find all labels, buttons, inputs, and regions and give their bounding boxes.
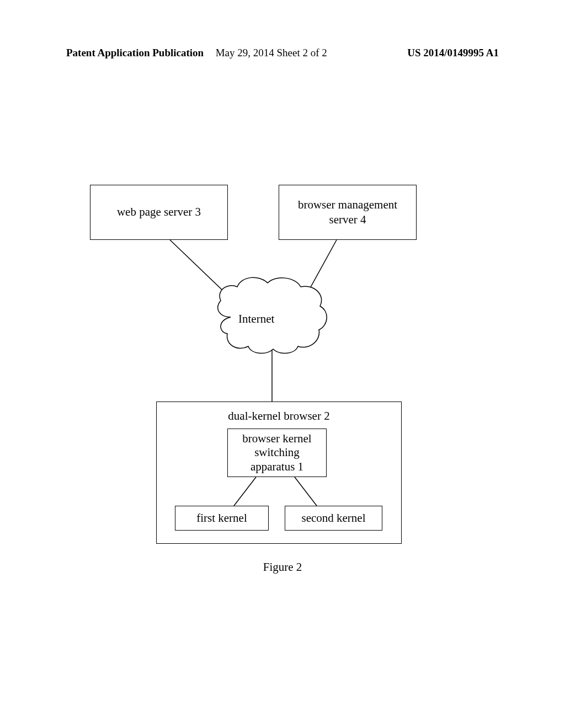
second-kernel-label: second kernel — [301, 511, 365, 526]
page-header: Patent Application Publication May 29, 2… — [0, 47, 565, 59]
header-pub-number: US 2014/0149995 A1 — [407, 47, 499, 59]
web-page-server-box: web page server 3 — [90, 185, 228, 240]
web-page-server-label: web page server 3 — [117, 205, 201, 220]
systems-diagram: web page server 3 browser management ser… — [0, 66, 565, 673]
first-kernel-label: first kernel — [196, 511, 247, 526]
first-kernel-box: first kernel — [175, 506, 269, 531]
header-publication-type: Patent Application Publication — [66, 47, 204, 59]
svg-line-3 — [234, 477, 256, 506]
connector-lines — [0, 66, 565, 673]
header-date-sheet: May 29, 2014 Sheet 2 of 2 — [216, 47, 327, 59]
second-kernel-box: second kernel — [285, 506, 382, 531]
svg-line-4 — [295, 477, 317, 506]
dual-kernel-browser-label: dual-kernel browser 2 — [228, 409, 329, 424]
internet-cloud-label: Internet — [238, 312, 274, 326]
svg-line-0 — [170, 240, 236, 303]
svg-line-1 — [309, 240, 337, 290]
figure-caption: Figure 2 — [263, 560, 302, 574]
switching-apparatus-label: browser kernel switching apparatus 1 — [242, 432, 311, 474]
switching-apparatus-box: browser kernel switching apparatus 1 — [227, 429, 327, 477]
browser-management-label: browser management server 4 — [298, 197, 397, 228]
dual-kernel-browser-box: dual-kernel browser 2 browser kernel swi… — [156, 402, 402, 544]
browser-management-server-box: browser management server 4 — [279, 185, 417, 240]
